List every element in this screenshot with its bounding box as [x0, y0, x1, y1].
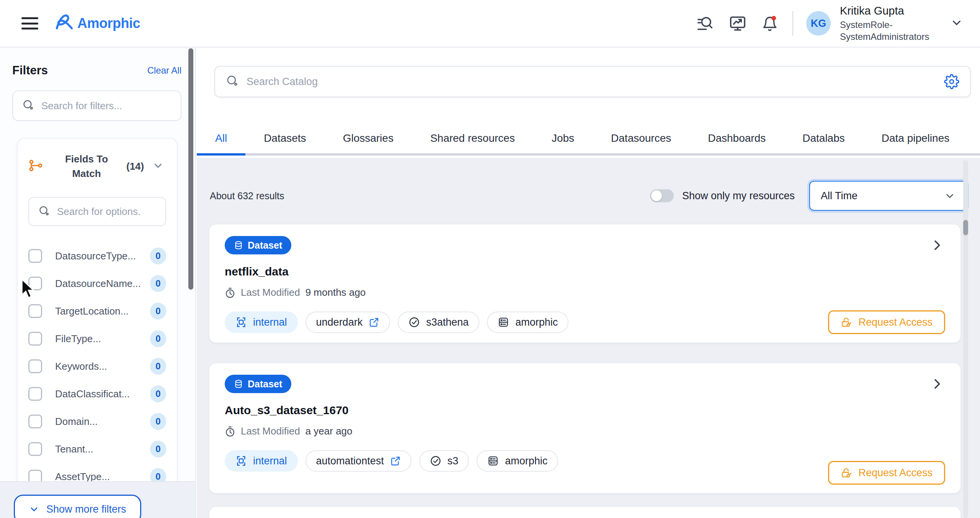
- lock-key-icon: [841, 316, 852, 328]
- tab-datalabs[interactable]: Datalabs: [784, 123, 863, 153]
- filter-option-row: Tenant...0: [28, 435, 166, 463]
- open-card-chevron-right-icon[interactable]: [931, 238, 943, 254]
- tag-label: automationtest: [316, 455, 384, 467]
- header-divider: [792, 11, 793, 36]
- chevron-down-icon: [29, 504, 39, 515]
- branch-icon: [28, 158, 43, 174]
- avatar[interactable]: KG: [806, 11, 831, 36]
- tag-label: internal: [253, 316, 287, 328]
- main-scrollbar-thumb[interactable]: [963, 220, 968, 235]
- user-menu-chevron-down-icon[interactable]: [950, 16, 963, 31]
- modified-label: Last Modified: [241, 287, 300, 298]
- show-only-my-resources-toggle[interactable]: [650, 189, 674, 202]
- lock-key-icon: [841, 467, 852, 479]
- sidebar-scrollbar-thumb[interactable]: [188, 48, 193, 290]
- show-more-filters-label: Show more filters: [46, 503, 126, 515]
- tag-label: internal: [253, 455, 287, 467]
- tag-label: amorphic: [515, 316, 558, 328]
- modified-label: Last Modified: [241, 425, 300, 437]
- checkbox[interactable]: [28, 442, 42, 456]
- tab-glossaries[interactable]: Glossaries: [325, 123, 412, 153]
- scope-icon: [235, 316, 247, 328]
- dataset-type-badge: Dataset: [225, 375, 291, 393]
- option-label: DatasourceName...: [55, 278, 150, 290]
- filter-option-row: DatasourceName...0: [28, 270, 166, 297]
- search-settings-gear-icon[interactable]: [944, 74, 959, 89]
- tab-all[interactable]: All: [197, 123, 245, 153]
- request-access-label: Request Access: [858, 316, 933, 328]
- filters-sidebar: Filters Clear All Fields To Match (14): [0, 48, 196, 518]
- tab-data-pipelines[interactable]: Data pipelines: [863, 123, 968, 153]
- filter-option-row: Keywords...0: [28, 352, 166, 380]
- amorphic-logo[interactable]: Amorphic: [54, 14, 140, 33]
- tab-datasets[interactable]: Datasets: [245, 123, 325, 153]
- notifications-bell-icon[interactable]: [762, 15, 778, 31]
- checkbox[interactable]: [28, 304, 42, 318]
- option-count-badge: 0: [150, 358, 166, 375]
- tab-dashboards[interactable]: Dashboards: [689, 123, 784, 153]
- clock-icon: [225, 426, 235, 437]
- option-count-badge: 0: [150, 275, 166, 292]
- filters-search-box: [12, 90, 181, 121]
- request-access-button[interactable]: Request Access: [828, 461, 945, 485]
- tag-amorphic[interactable]: amorphic: [487, 311, 568, 333]
- search-icon: [22, 99, 34, 113]
- option-label: TargetLocation...: [55, 305, 150, 317]
- option-count-badge: 0: [150, 385, 166, 402]
- time-filter-select[interactable]: All Time: [809, 181, 967, 211]
- accordion-chevron-down-icon[interactable]: [152, 160, 164, 173]
- logo-text: Amorphic: [77, 15, 140, 31]
- fields-to-match-panel: Fields To Match (14) DatasourceType...0 …: [17, 138, 178, 518]
- hamburger-menu-icon[interactable]: [21, 17, 38, 30]
- tab-jobs[interactable]: Jobs: [533, 123, 593, 153]
- clear-all-button[interactable]: Clear All: [147, 65, 181, 76]
- checkbox[interactable]: [28, 387, 42, 401]
- result-card-netflix-data[interactable]: Dataset netflix_data Last Modified 9 mon…: [209, 224, 961, 343]
- fields-to-match-label: Fields To Match: [53, 152, 120, 181]
- database-icon: [234, 379, 243, 388]
- user-name: Kritika Gupta: [840, 5, 936, 17]
- open-card-chevron-right-icon[interactable]: [931, 377, 943, 392]
- result-card-partial[interactable]: [209, 507, 961, 518]
- filter-option-row: TargetLocation...0: [28, 297, 166, 325]
- tag-automationtest[interactable]: automationtest: [305, 450, 412, 472]
- tag-internal[interactable]: internal: [225, 450, 298, 472]
- tag-internal[interactable]: internal: [225, 311, 298, 333]
- advanced-search-icon[interactable]: [697, 15, 714, 32]
- checkbox[interactable]: [28, 332, 42, 346]
- tag-underdark[interactable]: underdark: [305, 311, 390, 333]
- external-link-icon: [390, 456, 401, 466]
- option-count-badge: 0: [150, 330, 166, 347]
- main-scrollbar-track[interactable]: [963, 160, 968, 518]
- option-label: DataClassificat...: [55, 388, 150, 400]
- results-toolbar: About 632 results Show only my resources…: [210, 181, 967, 211]
- checkbox[interactable]: [28, 249, 42, 263]
- checkbox[interactable]: [28, 359, 42, 373]
- search-icon: [226, 74, 239, 89]
- checkbox[interactable]: [28, 415, 42, 428]
- server-icon: [487, 455, 499, 467]
- result-card-auto-s3-dataset[interactable]: Dataset Auto_s3_dataset_1670 Last Modifi…: [209, 363, 961, 493]
- card-title: Auto_s3_dataset_1670: [225, 404, 945, 417]
- filter-option-row: DataClassificat...0: [28, 380, 166, 408]
- option-count-badge: 0: [150, 413, 166, 430]
- monitoring-dashboard-icon[interactable]: [729, 15, 746, 32]
- request-access-button[interactable]: Request Access: [828, 310, 945, 334]
- last-modified-row: Last Modified 9 months ago: [225, 287, 945, 298]
- filter-options-list: DatasourceType...0 DatasourceName...0 Ta…: [28, 242, 166, 490]
- catalog-search-input[interactable]: [247, 76, 936, 88]
- clock-icon: [225, 287, 235, 298]
- tag-amorphic[interactable]: amorphic: [477, 450, 558, 472]
- filters-search-input[interactable]: [41, 100, 172, 112]
- catalog-tabs: All Datasets Glossaries Shared resources…: [197, 123, 980, 156]
- fields-to-match-count: (14): [126, 161, 144, 172]
- options-search-input[interactable]: [57, 206, 156, 218]
- tab-datasources[interactable]: Datasources: [593, 123, 689, 153]
- top-header: Amorphic: [0, 0, 980, 48]
- show-more-filters-button[interactable]: Show more filters: [14, 495, 141, 518]
- header-actions: KG Kritika Gupta SystemRole- SystemAdmin…: [681, 5, 963, 43]
- tab-shared-resources[interactable]: Shared resources: [412, 123, 533, 153]
- tag-s3athena[interactable]: s3athena: [398, 311, 479, 333]
- checkbox[interactable]: [28, 277, 42, 290]
- tag-s3[interactable]: s3: [419, 450, 469, 472]
